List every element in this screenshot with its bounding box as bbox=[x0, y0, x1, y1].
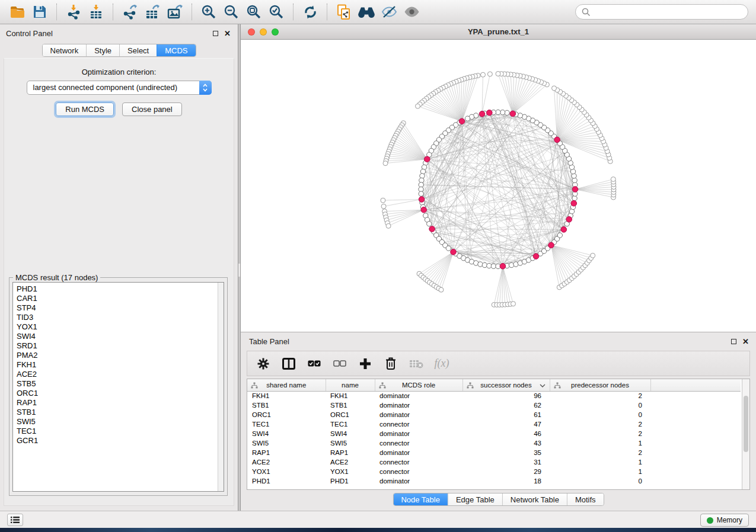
add-column-button[interactable] bbox=[358, 356, 373, 371]
function-icon: f(x) bbox=[435, 357, 449, 370]
mcds-result-item[interactable]: SWI5 bbox=[17, 417, 218, 427]
zoom-fit-button[interactable] bbox=[244, 2, 264, 22]
export-network-icon bbox=[122, 4, 138, 20]
close-panel-icon[interactable]: ✕ bbox=[742, 338, 749, 345]
tab-network[interactable]: Network bbox=[42, 44, 86, 56]
column-header-successor-nodes[interactable]: successor nodes bbox=[462, 379, 550, 391]
column-type-icon bbox=[379, 382, 386, 389]
export-network-button[interactable] bbox=[120, 2, 140, 22]
mcds-result-item[interactable]: ACE2 bbox=[17, 370, 218, 379]
search-field[interactable] bbox=[575, 4, 748, 20]
show-all-icon bbox=[404, 6, 420, 18]
copy-network-icon bbox=[336, 4, 352, 20]
show-all-button[interactable] bbox=[401, 2, 422, 22]
tab-style[interactable]: Style bbox=[86, 44, 119, 56]
mcds-result-item[interactable]: SRD1 bbox=[17, 341, 218, 351]
tab-node-table[interactable]: Node Table bbox=[393, 493, 448, 505]
table-row[interactable]: YOX1YOX1connector291 bbox=[247, 467, 741, 476]
copy-network-button[interactable] bbox=[334, 2, 354, 22]
import-table-button[interactable] bbox=[86, 2, 106, 22]
mcds-result-item[interactable]: STB5 bbox=[17, 379, 218, 389]
mcds-result-item[interactable]: STB1 bbox=[17, 408, 218, 417]
node-table: shared namenameMCDS rolesuccessor nodesp… bbox=[247, 379, 750, 490]
column-header-MCDS-role[interactable]: MCDS role bbox=[375, 379, 462, 391]
export-table-button[interactable] bbox=[142, 2, 162, 22]
show-columns-button[interactable] bbox=[281, 356, 296, 371]
task-history-button[interactable] bbox=[7, 514, 23, 526]
memory-button[interactable]: Memory bbox=[700, 514, 749, 527]
mcds-result-list[interactable]: PHD1CAR1STP4TID3YOX1SWI4SRD1PMA2FKH1ACE2… bbox=[12, 282, 224, 492]
hide-unselected-button[interactable] bbox=[379, 2, 399, 22]
minimize-window-icon[interactable] bbox=[260, 28, 267, 36]
delete-table-button[interactable] bbox=[409, 356, 424, 371]
tab-edge-table[interactable]: Edge Table bbox=[448, 493, 502, 505]
column-header-name[interactable]: name bbox=[326, 379, 375, 391]
table-tabs: Node Table Edge Table Network Table Moti… bbox=[393, 493, 604, 506]
mcds-panel: Optimization criterion: largest connecte… bbox=[4, 58, 234, 506]
run-mcds-button[interactable]: Run MCDS bbox=[56, 102, 114, 116]
zoom-out-button[interactable] bbox=[221, 2, 241, 22]
table-row[interactable]: STB1STB1dominator620 bbox=[247, 400, 741, 410]
search-network-button[interactable] bbox=[356, 2, 377, 22]
mcds-result-item[interactable]: SWI4 bbox=[17, 332, 218, 341]
select-all-button[interactable] bbox=[307, 356, 322, 371]
table-row[interactable]: ACE2ACE2connector311 bbox=[247, 457, 741, 467]
table-row[interactable]: FKH1FKH1dominator962 bbox=[247, 391, 741, 400]
tab-motifs[interactable]: Motifs bbox=[567, 493, 604, 505]
export-image-button[interactable] bbox=[165, 2, 185, 22]
mcds-result-item[interactable]: YOX1 bbox=[17, 322, 218, 332]
desktop-wallpaper-strip bbox=[0, 528, 756, 532]
delete-icon bbox=[385, 357, 397, 370]
mcds-result-groupbox: MCDS result (17 nodes) PHD1CAR1STP4TID3Y… bbox=[9, 277, 228, 496]
delete-column-button[interactable] bbox=[383, 356, 398, 371]
column-header-predecessor-nodes[interactable]: predecessor nodes bbox=[550, 379, 650, 391]
mcds-result-scrollbar[interactable] bbox=[218, 283, 224, 491]
refresh-button[interactable] bbox=[300, 2, 320, 22]
mcds-result-item[interactable]: PMA2 bbox=[17, 351, 218, 360]
table-row[interactable]: PHD1PHD1dominator180 bbox=[247, 476, 741, 486]
import-network-button[interactable] bbox=[63, 2, 84, 22]
open-button[interactable] bbox=[7, 2, 27, 22]
network-window-titlebar[interactable]: YPA_prune.txt_1 bbox=[241, 24, 756, 40]
node-table-grid[interactable]: shared namenameMCDS rolesuccessor nodesp… bbox=[247, 379, 741, 486]
search-input[interactable] bbox=[594, 7, 742, 17]
mcds-result-item[interactable]: PHD1 bbox=[17, 284, 218, 294]
table-scrollbar-thumb[interactable] bbox=[744, 396, 748, 452]
function-builder-button[interactable]: f(x) bbox=[434, 356, 449, 371]
network-canvas[interactable] bbox=[241, 40, 756, 332]
control-panel-tabs: Network Style Select MCDS bbox=[42, 44, 196, 57]
mcds-result-item[interactable]: CAR1 bbox=[17, 294, 218, 303]
close-window-icon[interactable] bbox=[248, 28, 255, 36]
table-settings-button[interactable] bbox=[256, 356, 271, 371]
zoom-selected-button[interactable] bbox=[266, 2, 286, 22]
maximize-window-icon[interactable] bbox=[272, 28, 279, 36]
control-panel: Control Panel ✕ Network Style Select MCD… bbox=[0, 24, 238, 511]
table-scrollbar[interactable] bbox=[742, 379, 749, 489]
save-button[interactable] bbox=[30, 2, 50, 22]
optimization-criterion-select[interactable]: largest connected component (undirected) bbox=[27, 81, 212, 95]
mcds-result-item[interactable]: TID3 bbox=[17, 313, 218, 322]
table-row[interactable]: RAP1RAP1dominator352 bbox=[247, 448, 741, 457]
close-panel-icon[interactable]: ✕ bbox=[224, 30, 231, 37]
mcds-result-item[interactable]: ORC1 bbox=[17, 389, 218, 398]
table-row[interactable]: SWI5SWI5connector431 bbox=[247, 438, 741, 448]
mcds-result-item[interactable]: GCR1 bbox=[17, 436, 218, 446]
tab-mcds[interactable]: MCDS bbox=[157, 44, 195, 56]
table-row[interactable]: SWI4SWI4dominator462 bbox=[247, 429, 741, 438]
mcds-result-item[interactable]: STP4 bbox=[17, 303, 218, 313]
zoom-in-icon bbox=[201, 4, 216, 20]
mcds-result-item[interactable]: TEC1 bbox=[17, 427, 218, 436]
zoom-in-button[interactable] bbox=[199, 2, 219, 22]
table-row[interactable]: TEC1TEC1connector472 bbox=[247, 419, 741, 429]
column-header-shared-name[interactable]: shared name bbox=[247, 379, 326, 391]
table-row[interactable]: ORC1ORC1dominator610 bbox=[247, 410, 741, 419]
tab-select[interactable]: Select bbox=[119, 44, 157, 56]
mcds-result-item[interactable]: RAP1 bbox=[17, 398, 218, 408]
float-panel-icon[interactable] bbox=[731, 339, 736, 344]
float-panel-icon[interactable] bbox=[213, 31, 218, 36]
status-bar: Memory bbox=[0, 511, 756, 528]
tab-network-table[interactable]: Network Table bbox=[502, 493, 567, 505]
close-panel-button[interactable]: Close panel bbox=[122, 102, 182, 116]
deselect-all-button[interactable] bbox=[332, 356, 347, 371]
mcds-result-item[interactable]: FKH1 bbox=[17, 360, 218, 370]
